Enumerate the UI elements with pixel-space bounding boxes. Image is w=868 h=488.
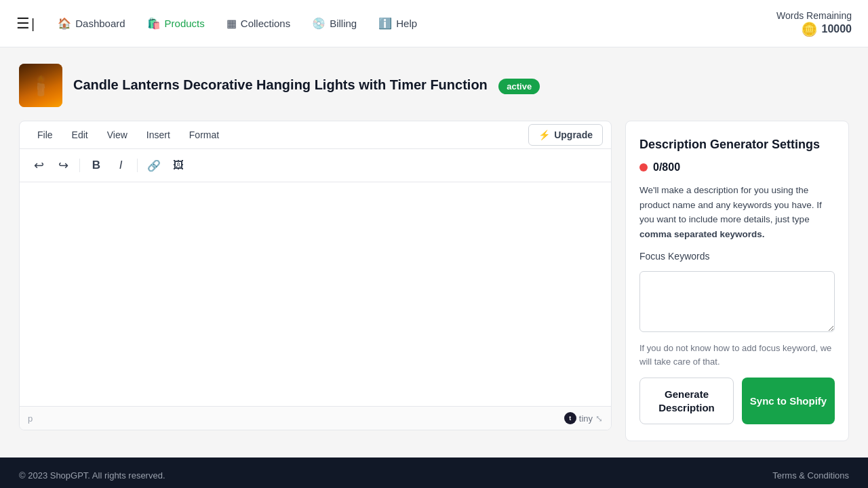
product-header: Candle Lanterns Decorative Hanging Light… bbox=[19, 64, 849, 107]
words-remaining: Words Remaining 🪙 10000 bbox=[776, 10, 852, 37]
sync-to-shopify-button[interactable]: Sync to Shopify bbox=[742, 378, 835, 424]
editor-menu-bar: File Edit View Insert Format ⚡ Upgrade bbox=[20, 121, 611, 149]
editor-content-area[interactable] bbox=[20, 182, 611, 406]
redo-icon: ↪ bbox=[58, 158, 68, 173]
generate-btn-label: Generate Description bbox=[658, 388, 715, 413]
char-count-value: 0/800 bbox=[653, 161, 680, 174]
menu-view[interactable]: View bbox=[98, 121, 137, 148]
link-button[interactable]: 🔗 bbox=[143, 155, 165, 176]
bold-icon: B bbox=[92, 159, 100, 172]
terms-link[interactable]: Terms & Conditions bbox=[772, 470, 849, 481]
product-thumbnail bbox=[19, 64, 62, 107]
products-icon: 🛍️ bbox=[147, 17, 161, 30]
footer: © 2023 ShopGPT. All rights reserved. Ter… bbox=[0, 458, 868, 488]
editor-toolbar: ↩ ↪ B I 🔗 🖼 bbox=[20, 149, 611, 182]
footer-copyright: © 2023 ShopGPT. All rights reserved. bbox=[19, 470, 165, 481]
upgrade-button[interactable]: ⚡ Upgrade bbox=[528, 124, 603, 146]
settings-description: We'll make a description for you using t… bbox=[639, 183, 835, 241]
settings-title: Description Generator Settings bbox=[639, 138, 835, 152]
italic-button[interactable]: I bbox=[110, 155, 132, 176]
nav-help[interactable]: ℹ️ Help bbox=[369, 12, 427, 35]
logo-area: ☰ | bbox=[16, 16, 35, 31]
editor-menu-items: File Edit View Insert Format bbox=[28, 121, 528, 148]
focus-keywords-input[interactable] bbox=[639, 271, 835, 332]
cursor-icon: | bbox=[31, 17, 35, 30]
settings-panel: Description Generator Settings 0/800 We'… bbox=[625, 121, 849, 441]
nav-billing[interactable]: 💿 Billing bbox=[302, 12, 366, 35]
editor-footer: p t tiny ⤡ bbox=[20, 406, 611, 430]
upgrade-icon: ⚡ bbox=[538, 129, 550, 140]
editor-panel: File Edit View Insert Format ⚡ Upgrade ↩… bbox=[19, 121, 612, 430]
redo-button[interactable]: ↪ bbox=[52, 155, 74, 176]
bold-button[interactable]: B bbox=[85, 155, 107, 176]
link-icon: 🔗 bbox=[147, 159, 161, 172]
red-dot-icon bbox=[639, 163, 648, 171]
collections-icon: ▦ bbox=[226, 17, 237, 30]
nav-collections[interactable]: ▦ Collections bbox=[217, 12, 300, 35]
help-icon: ℹ️ bbox=[378, 17, 392, 30]
header: ☰ | 🏠 Dashboard 🛍️ Products ▦ Collection… bbox=[0, 0, 868, 47]
nav-billing-label: Billing bbox=[330, 18, 357, 29]
focus-keywords-label: Focus Keywords bbox=[639, 251, 835, 262]
editor-footer-tag: p bbox=[28, 413, 33, 424]
product-status-badge: active bbox=[498, 79, 540, 94]
image-icon: 🖼 bbox=[173, 159, 184, 171]
menu-file[interactable]: File bbox=[28, 121, 62, 148]
nav-products-label: Products bbox=[165, 18, 205, 29]
words-remaining-count-row: 🪙 10000 bbox=[801, 21, 852, 37]
main-nav: 🏠 Dashboard 🛍️ Products ▦ Collections 💿 … bbox=[48, 12, 776, 35]
undo-button[interactable]: ↩ bbox=[28, 155, 50, 176]
action-buttons: Generate Description Sync to Shopify bbox=[639, 378, 835, 424]
undo-icon: ↩ bbox=[34, 158, 44, 173]
tiny-circle-icon: t bbox=[564, 412, 576, 424]
menu-edit[interactable]: Edit bbox=[62, 121, 98, 148]
tiny-logo: t tiny ⤡ bbox=[564, 412, 603, 424]
coin-icon: 🪙 bbox=[801, 21, 818, 37]
product-title: Candle Lanterns Decorative Hanging Light… bbox=[73, 77, 488, 92]
words-remaining-value: 10000 bbox=[822, 23, 852, 35]
settings-desc-keyword: comma separated keywords. bbox=[639, 229, 765, 239]
settings-hint: If you do not know how to add focus keyw… bbox=[639, 342, 835, 368]
generate-description-button[interactable]: Generate Description bbox=[639, 378, 734, 424]
image-button[interactable]: 🖼 bbox=[167, 155, 189, 176]
content-layout: File Edit View Insert Format ⚡ Upgrade ↩… bbox=[19, 121, 849, 441]
nav-dashboard[interactable]: 🏠 Dashboard bbox=[48, 12, 134, 35]
billing-icon: 💿 bbox=[312, 17, 326, 30]
nav-products[interactable]: 🛍️ Products bbox=[138, 12, 214, 35]
sync-btn-label: Sync to Shopify bbox=[750, 395, 827, 407]
settings-desc-text: We'll make a description for you using t… bbox=[639, 185, 822, 224]
hamburger-icon[interactable]: ☰ bbox=[16, 16, 30, 31]
main-content: Candle Lanterns Decorative Hanging Light… bbox=[0, 47, 868, 458]
nav-help-label: Help bbox=[396, 18, 417, 29]
tiny-label: tiny bbox=[579, 413, 593, 424]
dashboard-icon: 🏠 bbox=[58, 17, 71, 30]
menu-insert[interactable]: Insert bbox=[137, 121, 180, 148]
resize-handle-icon[interactable]: ⤡ bbox=[595, 413, 603, 424]
words-remaining-title: Words Remaining bbox=[776, 10, 852, 21]
menu-format[interactable]: Format bbox=[180, 121, 229, 148]
toolbar-divider-1 bbox=[79, 159, 80, 172]
product-title-area: Candle Lanterns Decorative Hanging Light… bbox=[73, 77, 540, 94]
toolbar-divider-2 bbox=[137, 159, 138, 172]
italic-icon: I bbox=[119, 159, 123, 172]
char-count-row: 0/800 bbox=[639, 161, 835, 174]
upgrade-label: Upgrade bbox=[554, 129, 593, 140]
nav-collections-label: Collections bbox=[241, 18, 290, 29]
nav-dashboard-label: Dashboard bbox=[75, 18, 125, 29]
